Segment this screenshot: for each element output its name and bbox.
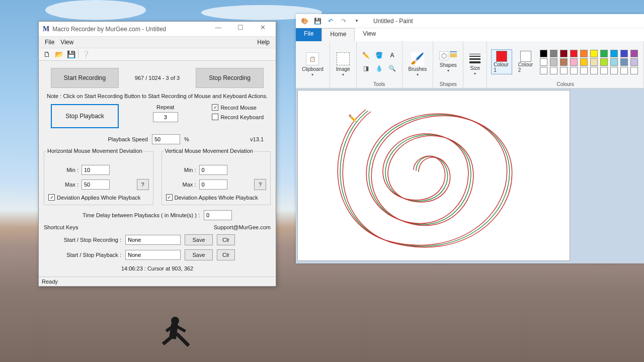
menu-view[interactable]: View	[57, 38, 76, 47]
palette-swatch[interactable]	[560, 50, 568, 57]
vdev-help-button[interactable]: ?	[254, 179, 266, 190]
palette-swatch[interactable]	[600, 50, 608, 57]
picker-tool[interactable]: 💧	[374, 63, 385, 74]
start-recording-button[interactable]: Start Recording	[51, 68, 119, 88]
image-select-button[interactable]: Image▾	[334, 51, 352, 78]
minimize-button[interactable]: —	[207, 24, 229, 35]
status-bar: Ready	[39, 277, 276, 286]
open-icon[interactable]: 📂	[54, 49, 64, 59]
palette-swatch[interactable]	[550, 50, 557, 57]
support-link[interactable]: Support@MurGee.com	[214, 224, 271, 230]
playback-speed-input[interactable]	[152, 134, 180, 144]
qat-redo-icon[interactable]: ↷	[339, 17, 348, 26]
palette-swatch[interactable]	[630, 50, 638, 57]
tab-view[interactable]: View	[355, 28, 384, 41]
vdev-whole-checkbox[interactable]: ✓Deviation Applies Whole Playback	[166, 194, 267, 201]
sk-playback-input[interactable]	[125, 250, 181, 260]
palette-swatch[interactable]	[560, 58, 568, 66]
palette-swatch[interactable]	[560, 67, 568, 74]
colour1-button[interactable]: Colour 1	[491, 49, 512, 74]
help-icon[interactable]: ❔	[80, 49, 91, 59]
recording-counter: 967 / 1024 - 3 of 3	[135, 75, 180, 81]
sk-playback-save-button[interactable]: Save	[185, 249, 213, 260]
paint-titlebar[interactable]: 🎨 💾 ↶ ↷ ▼ Untitled - Paint	[296, 14, 644, 28]
palette-swatch[interactable]	[580, 58, 588, 66]
palette-swatch[interactable]	[540, 50, 547, 57]
palette-swatch[interactable]	[540, 58, 547, 66]
vdev-min-input[interactable]	[199, 165, 227, 175]
stop-playback-button[interactable]: Stop Playback	[51, 104, 119, 128]
new-icon[interactable]: 🗋	[42, 49, 52, 59]
hdev-min-input[interactable]	[82, 165, 110, 175]
palette-row-2	[540, 58, 639, 66]
shapes-button[interactable]: ◯ Shapes▾	[437, 50, 459, 74]
sk-recording-clr-button[interactable]: Clr	[217, 234, 235, 245]
clipboard-button[interactable]: 📋Clipboard▾	[300, 51, 326, 78]
sk-recording-input[interactable]	[125, 235, 181, 245]
palette-swatch[interactable]	[570, 67, 578, 74]
palette-swatch[interactable]	[610, 67, 618, 74]
save-icon[interactable]: 💾	[66, 49, 76, 59]
record-keyboard-checkbox[interactable]: Record Keyboard	[212, 114, 264, 120]
hdev-whole-checkbox[interactable]: ✓Deviation Applies Whole Playback	[48, 194, 149, 201]
brushes-button[interactable]: 🖌️Brushes▾	[407, 51, 429, 78]
palette-swatch[interactable]	[540, 67, 547, 74]
eraser-tool[interactable]: ◨	[361, 63, 372, 74]
palette-swatch[interactable]	[630, 67, 638, 74]
hdev-max-input[interactable]	[82, 179, 110, 190]
size-button[interactable]: Size▾	[467, 53, 482, 77]
hdev-help-button[interactable]: ?	[137, 179, 149, 190]
titlebar[interactable]: M Macro Recorder by MurGee.com - Untitle…	[39, 22, 276, 37]
magnifier-tool[interactable]: 🔍	[387, 63, 398, 74]
palette-swatch[interactable]	[550, 67, 557, 74]
pencil-tool[interactable]: ✏️	[361, 50, 372, 61]
colour1-swatch	[496, 51, 507, 62]
outline-icon	[450, 51, 457, 52]
menu-help[interactable]: Help	[254, 38, 273, 47]
palette-swatch[interactable]	[620, 58, 628, 66]
repeat-input[interactable]	[153, 112, 178, 122]
palette-swatch[interactable]	[620, 67, 628, 74]
palette-swatch[interactable]	[590, 58, 598, 66]
menu-file[interactable]: File	[42, 38, 57, 47]
palette-swatch[interactable]	[590, 67, 598, 74]
palette-swatch[interactable]	[620, 50, 628, 57]
palette-swatch[interactable]	[610, 50, 618, 57]
colour2-button[interactable]: Colour 2	[516, 50, 536, 74]
paint-app-icon: 🎨	[300, 17, 309, 26]
repeat-label: Repeat	[123, 104, 208, 110]
palette-swatch[interactable]	[580, 67, 588, 74]
palette-swatch[interactable]	[580, 50, 588, 57]
tab-file[interactable]: File	[296, 28, 321, 41]
vdev-max-input[interactable]	[199, 179, 227, 190]
quick-access-toolbar: 🎨 💾 ↶ ↷ ▼	[300, 17, 361, 26]
time-delay-input[interactable]	[204, 210, 232, 220]
palette-swatch[interactable]	[570, 50, 578, 57]
palette-swatch[interactable]	[590, 50, 598, 57]
qat-customize-icon[interactable]: ▼	[352, 17, 361, 26]
canvas-area: ✏️	[296, 88, 644, 263]
record-mouse-checkbox[interactable]: ✓Record Mouse	[212, 104, 264, 111]
tab-home[interactable]: Home	[321, 28, 355, 41]
palette-swatch[interactable]	[570, 58, 578, 66]
qat-save-icon[interactable]: 💾	[313, 17, 322, 26]
fill-tool[interactable]: 🪣	[374, 50, 385, 61]
palette-row-3	[540, 67, 639, 74]
sk-recording-save-button[interactable]: Save	[185, 234, 213, 245]
paint-canvas[interactable]: ✏️	[298, 90, 570, 260]
palette-swatch[interactable]	[600, 67, 608, 74]
maximize-button[interactable]: ☐	[229, 24, 252, 35]
palette-swatch[interactable]	[630, 58, 638, 66]
palette-swatch[interactable]	[610, 58, 618, 66]
sk-playback-clr-button[interactable]: Clr	[217, 249, 235, 260]
shapes-group-label: Shapes	[440, 80, 457, 87]
palette-swatch[interactable]	[600, 58, 608, 66]
qat-undo-icon[interactable]: ↶	[326, 17, 335, 26]
palette-swatch[interactable]	[550, 58, 557, 66]
stop-recording-button[interactable]: Stop Recording	[196, 68, 264, 88]
desktop-silhouette	[151, 317, 206, 362]
percent-label: %	[184, 136, 189, 142]
close-button[interactable]: ✕	[252, 24, 274, 35]
desktop-cloud	[45, 0, 146, 20]
text-tool[interactable]: A	[387, 50, 398, 61]
